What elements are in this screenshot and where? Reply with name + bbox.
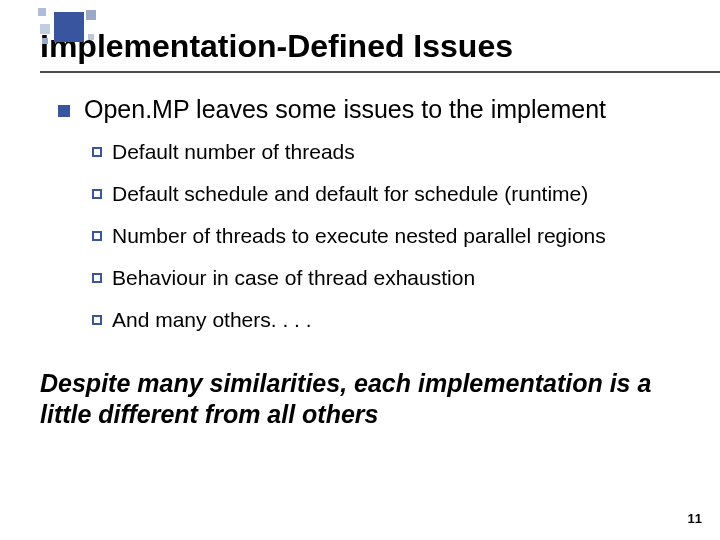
deco-square-icon <box>38 8 46 16</box>
bullet-level2: Default number of threads <box>92 140 680 164</box>
hollow-square-bullet-icon <box>92 147 102 157</box>
hollow-square-bullet-icon <box>92 189 102 199</box>
page-number: 11 <box>688 511 702 526</box>
slide-header: Implementation-Defined Issues <box>0 0 720 73</box>
deco-square-icon <box>40 24 50 34</box>
hollow-square-bullet-icon <box>92 315 102 325</box>
bullet-level2: Default schedule and default for schedul… <box>92 182 680 206</box>
deco-square-icon <box>88 34 94 40</box>
bullet-level2: Number of threads to execute nested para… <box>92 224 680 248</box>
slide: Implementation-Defined Issues Open.MP le… <box>0 0 720 540</box>
bullet-level1: Open.MP leaves some issues to the implem… <box>58 95 680 124</box>
bullet-level2-text: And many others. . . . <box>112 308 312 332</box>
bullet-level2-text: Number of threads to execute nested para… <box>112 224 606 248</box>
bullet-level2-text: Behaviour in case of thread exhaustion <box>112 266 475 290</box>
hollow-square-bullet-icon <box>92 273 102 283</box>
deco-square-icon <box>54 12 84 42</box>
bullet-level2: Behaviour in case of thread exhaustion <box>92 266 680 290</box>
title-underline <box>40 71 720 73</box>
decorative-squares <box>0 0 100 70</box>
filled-square-bullet-icon <box>58 105 70 117</box>
bullet-level2-text: Default number of threads <box>112 140 355 164</box>
deco-square-icon <box>86 10 96 20</box>
closing-statement: Despite many similarities, each implemen… <box>0 350 720 431</box>
slide-title: Implementation-Defined Issues <box>40 28 720 65</box>
sub-bullet-list: Default number of threads Default schedu… <box>58 140 680 332</box>
deco-square-icon <box>42 38 48 44</box>
bullet-level1-text: Open.MP leaves some issues to the implem… <box>84 95 606 124</box>
hollow-square-bullet-icon <box>92 231 102 241</box>
slide-body: Open.MP leaves some issues to the implem… <box>0 73 720 332</box>
bullet-level2: And many others. . . . <box>92 308 680 332</box>
bullet-level2-text: Default schedule and default for schedul… <box>112 182 588 206</box>
